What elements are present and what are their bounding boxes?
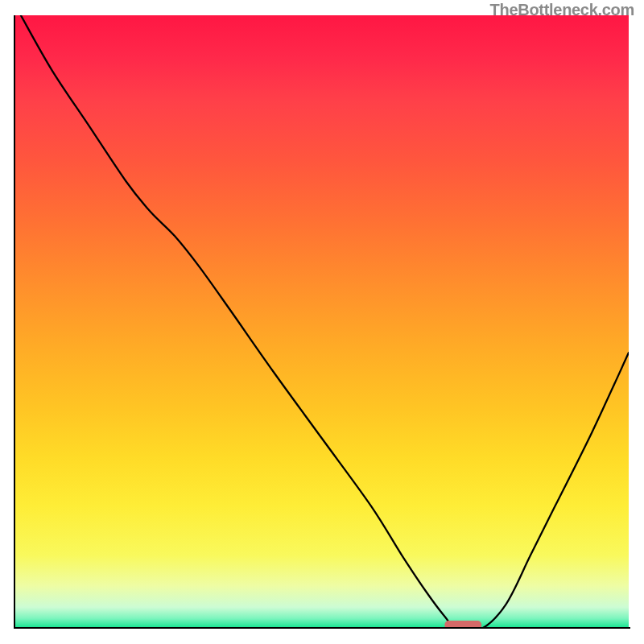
x-axis-line [14, 627, 630, 629]
plot-gradient-area [15, 15, 629, 629]
watermark-text: TheBottleneck.com [490, 1, 634, 19]
chart-container: TheBottleneck.com [0, 0, 644, 644]
y-axis-line [14, 15, 15, 629]
